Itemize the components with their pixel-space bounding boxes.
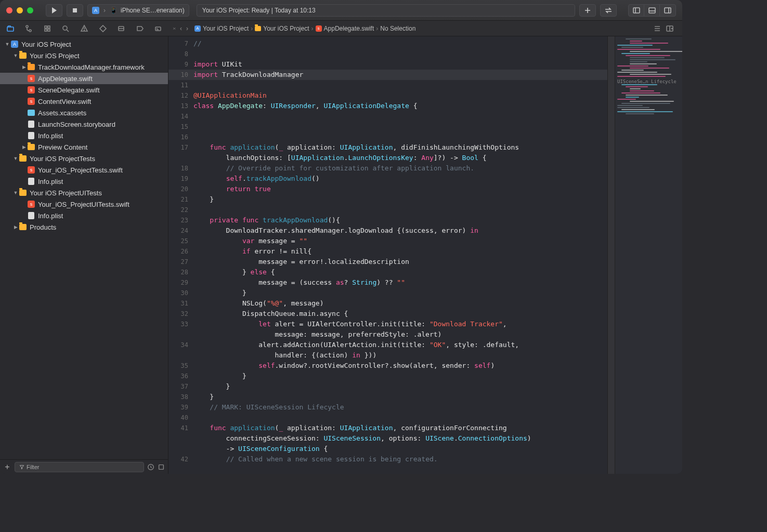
jumpbar-item[interactable]: No Selection — [380, 25, 415, 32]
project-navigator[interactable]: ▼AYour iOS Project▼Your iOS Project▶Trac… — [0, 36, 168, 459]
tree-row[interactable]: Assets.xcassets — [0, 107, 168, 118]
code-line[interactable]: self.trackAppDownload() — [193, 174, 607, 184]
add-button[interactable]: + — [3, 462, 11, 472]
minimap[interactable]: UISceneSe…n Lifecycle — [615, 36, 682, 474]
navigator-tab-folder[interactable] — [2, 22, 19, 35]
code-line[interactable] — [193, 122, 607, 132]
code-review-button[interactable] — [600, 4, 617, 17]
code-line[interactable]: class AppDelegate: UIResponder, UIApplic… — [193, 101, 607, 111]
code-line[interactable]: NSLog("%@", message) — [193, 298, 607, 309]
navigator-tab-tests[interactable] — [95, 22, 111, 35]
tree-row[interactable]: ▼AYour iOS Project — [0, 38, 168, 50]
scrollbar[interactable] — [607, 36, 615, 474]
code-line[interactable]: handler: {(action) in })) — [193, 350, 607, 361]
code-line[interactable] — [193, 205, 607, 215]
source-editor[interactable]: 7891011121314151617181920212223242526272… — [168, 36, 682, 474]
code-line[interactable]: func application(_ application: UIApplic… — [193, 142, 607, 153]
jumpbar-item[interactable]: AppDelegate.swift — [324, 25, 374, 32]
code-line[interactable]: -> UISceneConfiguration { — [193, 444, 607, 454]
navigator-tab-debug[interactable] — [113, 22, 129, 35]
tree-row[interactable]: ▼Your iOS Project — [0, 50, 168, 61]
code-line[interactable]: } — [193, 381, 607, 392]
code-line[interactable]: // Override point for customization afte… — [193, 163, 607, 174]
history-back-button[interactable]: ‹ — [178, 25, 184, 32]
navigator-tab-git[interactable] — [21, 22, 37, 35]
jumpbar-item[interactable]: Your iOS Project — [203, 25, 249, 32]
navigator-tab-symbols[interactable] — [39, 22, 56, 35]
code-line[interactable]: DispatchQueue.main.async { — [193, 309, 607, 319]
split-editor-icon[interactable] — [666, 24, 674, 33]
disclosure-triangle-icon[interactable]: ▼ — [4, 42, 10, 47]
disclosure-triangle-icon[interactable]: ▶ — [21, 64, 27, 70]
history-forward-button[interactable]: › — [186, 25, 192, 32]
code-line[interactable] — [193, 49, 607, 59]
toggle-inspectors-button[interactable] — [660, 5, 675, 16]
code-line[interactable]: @UIApplicationMain — [193, 90, 607, 101]
navigator-tab-warnings[interactable] — [76, 22, 93, 35]
code-line[interactable] — [193, 132, 607, 142]
code-line[interactable]: // Called when a new scene session is be… — [193, 454, 607, 464]
disclosure-triangle-icon[interactable]: ▼ — [12, 53, 19, 58]
tree-row[interactable]: Info.plist — [0, 210, 168, 221]
disclosure-triangle-icon[interactable]: ▼ — [12, 156, 19, 161]
code-line[interactable]: connectingSceneSession: UISceneSession, … — [193, 433, 607, 444]
code-line[interactable]: return true — [193, 184, 607, 194]
tree-row[interactable]: ▶Products — [0, 221, 168, 233]
code-line[interactable]: let alert = UIAlertController.init(title… — [193, 319, 607, 329]
tree-row[interactable]: sYour_iOS_ProjectUITests.swift — [0, 198, 168, 210]
lines-icon[interactable] — [653, 24, 661, 33]
code-line[interactable]: self.window?.rootViewController?.show(al… — [193, 361, 607, 371]
code-line[interactable]: } — [193, 288, 607, 298]
related-items-icon[interactable]: 𐄂 — [173, 25, 176, 32]
code-line[interactable]: import UIKit — [193, 59, 607, 70]
code-line[interactable] — [193, 413, 607, 423]
scm-filter-icon[interactable] — [158, 463, 165, 471]
jump-bar[interactable]: 𐄂 ‹ › A Your iOS Project › Your iOS Proj… — [168, 24, 682, 33]
code-line[interactable]: private func trackAppDownload(){ — [193, 215, 607, 225]
code-line[interactable]: DownloadTracker.sharedManager.logDownloa… — [193, 225, 607, 236]
maximize-button[interactable] — [27, 7, 33, 14]
code-line[interactable]: message = error!.localizedDescription — [193, 257, 607, 267]
code-line[interactable]: } — [193, 194, 607, 205]
code-line[interactable]: message = (success as? String) ?? "" — [193, 277, 607, 288]
disclosure-triangle-icon[interactable]: ▶ — [21, 144, 27, 150]
library-button[interactable] — [579, 4, 596, 17]
run-button[interactable] — [46, 4, 62, 17]
scheme-selector[interactable]: A › 📱 iPhone SE…eneration) — [87, 4, 189, 17]
tree-row[interactable]: ▼Your iOS ProjectTests — [0, 153, 168, 164]
tree-row[interactable]: Info.plist — [0, 130, 168, 141]
toggle-navigator-button[interactable] — [629, 5, 644, 16]
code-line[interactable]: func application(_ application: UIApplic… — [193, 423, 607, 433]
code-line[interactable]: import TrackDownloadManager — [193, 70, 607, 80]
code-line[interactable]: if error != nill{ — [193, 246, 607, 257]
tree-row[interactable]: ▶Preview Content — [0, 141, 168, 153]
tree-row[interactable]: sContentView.swift — [0, 96, 168, 107]
code-line[interactable]: } — [193, 392, 607, 402]
stop-button[interactable] — [67, 4, 83, 17]
code-line[interactable]: } — [193, 371, 607, 381]
code-line[interactable]: message: message, preferredStyle: .alert… — [193, 329, 607, 340]
code-line[interactable] — [193, 80, 607, 90]
tree-row[interactable]: ▶TrackDownloadManager.framework — [0, 61, 168, 73]
toggle-debug-area-button[interactable] — [644, 5, 660, 16]
code-line[interactable]: launchOptions: [UIApplication.LaunchOpti… — [193, 153, 607, 163]
tree-row[interactable]: LaunchScreen.storyboard — [0, 118, 168, 130]
minimize-button[interactable] — [17, 7, 23, 14]
jumpbar-item[interactable]: Your iOS Project — [263, 25, 309, 32]
close-button[interactable] — [6, 7, 12, 14]
code-area[interactable]: // import UIKitimport TrackDownloadManag… — [193, 36, 607, 474]
disclosure-triangle-icon[interactable]: ▶ — [12, 224, 19, 230]
tree-row[interactable]: sYour_iOS_ProjectTests.swift — [0, 164, 168, 176]
disclosure-triangle-icon[interactable]: ▼ — [12, 190, 19, 195]
tree-row[interactable]: ▼Your iOS ProjectUITests — [0, 187, 168, 198]
tree-row[interactable]: sSceneDelegate.swift — [0, 84, 168, 96]
navigator-tab-breakpoints[interactable] — [132, 22, 148, 35]
code-line[interactable]: alert.addAction(UIAlertAction.init(title… — [193, 340, 607, 350]
code-line[interactable]: } else { — [193, 267, 607, 277]
navigator-tab-search[interactable] — [58, 22, 74, 35]
code-line[interactable] — [193, 111, 607, 122]
navigator-tab-logs[interactable] — [150, 22, 167, 35]
tree-row[interactable]: sAppDelegate.swift — [0, 73, 168, 84]
code-line[interactable]: var message = "" — [193, 236, 607, 246]
filter-input[interactable]: Filter — [15, 462, 144, 472]
